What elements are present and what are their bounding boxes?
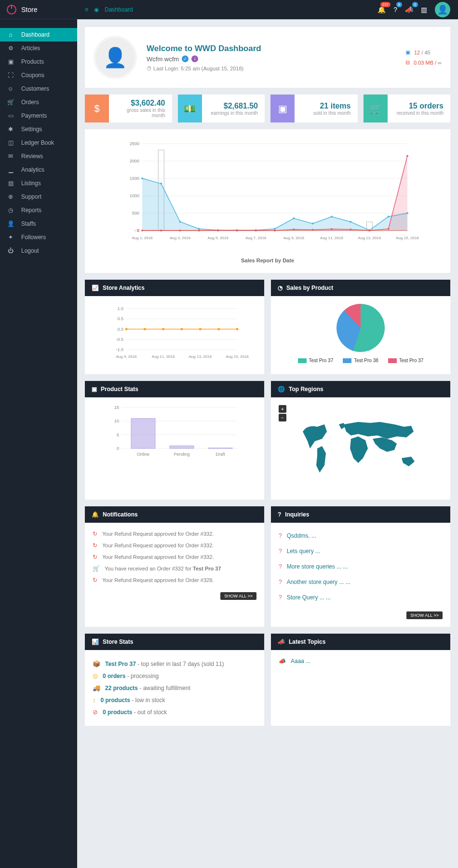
hamburger-icon[interactable]: ≡ (85, 6, 88, 13)
kpi-value: $2,681.50 (208, 102, 258, 110)
latest-topics-panel: 📣Latest Topics 📣Aaaa ... (271, 634, 450, 726)
bell-icon: 🔔 (92, 511, 99, 518)
announce-icon[interactable]: 📣0 (405, 6, 413, 14)
sidebar-item-ledger-book[interactable]: ◫Ledger Book (0, 136, 77, 149)
notification-text: Your Refund Request approved for Order #… (102, 554, 214, 560)
topic-text: Aaaa ... (291, 658, 310, 665)
sidebar-item-payments[interactable]: ▭Payments (0, 109, 77, 122)
show-all-button[interactable]: SHOW ALL >> (220, 592, 256, 600)
legend-swatch (298, 358, 307, 363)
stat-text: - awaiting fulfillment (138, 685, 190, 692)
svg-point-37 (293, 229, 295, 231)
sidebar-item-followers[interactable]: ✦Followers (0, 231, 77, 244)
kpi-card-1: $$3,602.40gross sales in this month (85, 95, 172, 122)
svg-point-16 (179, 221, 181, 223)
bell-icon[interactable]: 🔔237 (377, 6, 386, 14)
sidebar-item-products[interactable]: ▣Products (0, 55, 77, 68)
notif-badge: 237 (380, 2, 391, 7)
notification-item[interactable]: ↻Your Refund Request approved for Order … (93, 577, 256, 583)
book-icon[interactable]: ▥ (421, 6, 427, 14)
sidebar-item-support[interactable]: ⊕Support (0, 190, 77, 203)
store-stat-row: ↕0 products - low in stock (93, 694, 256, 706)
notification-item[interactable]: ↻Your Refund Request approved for Order … (93, 542, 256, 549)
notification-item[interactable]: ↻Your Refund Request approved for Order … (93, 530, 256, 537)
sidebar-item-label: Products (21, 58, 44, 65)
notification-item[interactable]: ↻Your Refund Request approved for Order … (93, 554, 256, 560)
inquiry-text: Qsddms, ... (287, 532, 316, 539)
world-map[interactable]: + − (279, 405, 443, 492)
store-stat-row: 🚚22 products - awaiting fulfillment (93, 682, 256, 694)
product-stats-chart: 051015OnlinePendingDraft (93, 405, 256, 458)
breadcrumb[interactable]: Dashboard (105, 6, 133, 13)
sidebar-item-reviews[interactable]: ✉Reviews (0, 149, 77, 163)
kpi-value: 15 orders (393, 102, 444, 110)
svg-text:Aug 15, 2018: Aug 15, 2018 (226, 354, 249, 359)
inquiry-item[interactable]: ?Another store query ... ... (279, 577, 443, 587)
svg-text:5: 5 (117, 433, 119, 437)
top-regions-panel: 🌐Top Regions + − (271, 381, 450, 500)
svg-text:Aug 13, 2018: Aug 13, 2018 (358, 236, 381, 240)
zoom-in-button[interactable]: + (279, 405, 286, 413)
sidebar-item-reports[interactable]: ◷Reports (0, 203, 77, 217)
sidebar-item-label: Coupons (21, 72, 44, 79)
stat-text: - processing (125, 673, 159, 679)
inquiry-item[interactable]: ?Qsddms, ... (279, 530, 443, 541)
store-analytics-chart: -1.0-0.50.00.51.0Aug 9, 2018Aug 11, 2018… (93, 304, 256, 366)
cube-icon: ▣ (405, 49, 410, 55)
kpi-sub: received in this month (393, 110, 444, 116)
svg-text:0.5: 0.5 (117, 316, 123, 321)
staffs-icon: 👤 (7, 220, 14, 227)
sidebar-item-listings[interactable]: ▤Listings (0, 176, 77, 190)
sidebar-item-dashboard[interactable]: ⌂Dashboard (0, 28, 77, 41)
sidebar-item-staffs[interactable]: 👤Staffs (0, 217, 77, 231)
brand-name: Store (21, 6, 37, 14)
question-icon: ? (279, 563, 282, 570)
user-avatar-icon: 👤 (94, 36, 137, 79)
sidebar-item-orders[interactable]: 🛒Orders (0, 95, 77, 109)
sidebar-item-settings[interactable]: ✱Settings (0, 122, 77, 136)
stat-label: 22 products (105, 685, 138, 692)
show-all-button[interactable]: SHOW ALL >> (406, 611, 443, 619)
dashboard-icon[interactable]: ◉ (94, 6, 99, 13)
refund-icon: ↻ (93, 542, 97, 549)
products-icon: ▣ (7, 58, 14, 65)
announce-badge: 0 (412, 2, 418, 7)
inquiry-item[interactable]: ?Lets query ... (279, 546, 443, 556)
sidebar-item-logout[interactable]: ⏻Logout (0, 244, 77, 258)
sidebar-item-articles[interactable]: ⚙Articles (0, 41, 77, 55)
svg-text:→0: →0 (133, 228, 139, 233)
sidebar-item-label: Reviews (21, 153, 43, 160)
svg-point-15 (160, 183, 162, 185)
avatar[interactable]: 👤 (435, 2, 450, 17)
svg-text:Aug 13, 2018: Aug 13, 2018 (189, 354, 212, 359)
svg-text:Aug 11, 2018: Aug 11, 2018 (152, 354, 175, 359)
question-icon: ? (278, 511, 281, 518)
sidebar-item-label: Staffs (21, 220, 36, 227)
svg-point-14 (141, 177, 143, 179)
svg-point-66 (162, 328, 164, 330)
sidebar-item-coupons[interactable]: ⛶Coupons (0, 68, 77, 82)
kpi-sub: gross sales in this month (115, 108, 165, 118)
svg-text:0.0: 0.0 (117, 327, 123, 332)
sidebar-item-analytics[interactable]: ▁Analytics (0, 163, 77, 176)
zoom-out-button[interactable]: − (279, 414, 286, 421)
disk-icon: ⊟ (405, 59, 410, 66)
kpi-value: 21 items (300, 102, 351, 110)
sidebar-item-label: Customers (21, 85, 49, 92)
svg-point-25 (350, 221, 351, 223)
sidebar-item-customers[interactable]: ☺Customers (0, 82, 77, 95)
notification-item[interactable]: 🛒You have received an Order #332 for Tes… (93, 565, 256, 572)
svg-point-22 (293, 217, 295, 219)
inquiry-text: More store queries ... ... (287, 563, 348, 570)
cart-icon: 🛒 (93, 565, 100, 572)
inquiry-item[interactable]: ?Store Query ... ... (279, 592, 443, 603)
product-count-stat: ▣ 12 / 45 (405, 49, 442, 55)
announce-icon: 📣 (278, 638, 285, 645)
help-icon[interactable]: ?8 (393, 6, 397, 14)
pie-icon: ◔ (278, 285, 283, 291)
store-stat-row: ⊘0 products - out of stock (93, 706, 256, 718)
inquiry-item[interactable]: ?More store queries ... ... (279, 561, 443, 572)
topic-item[interactable]: 📣Aaaa ... (279, 658, 443, 665)
svg-point-23 (312, 223, 314, 225)
panel-title: Store Analytics (103, 285, 145, 291)
